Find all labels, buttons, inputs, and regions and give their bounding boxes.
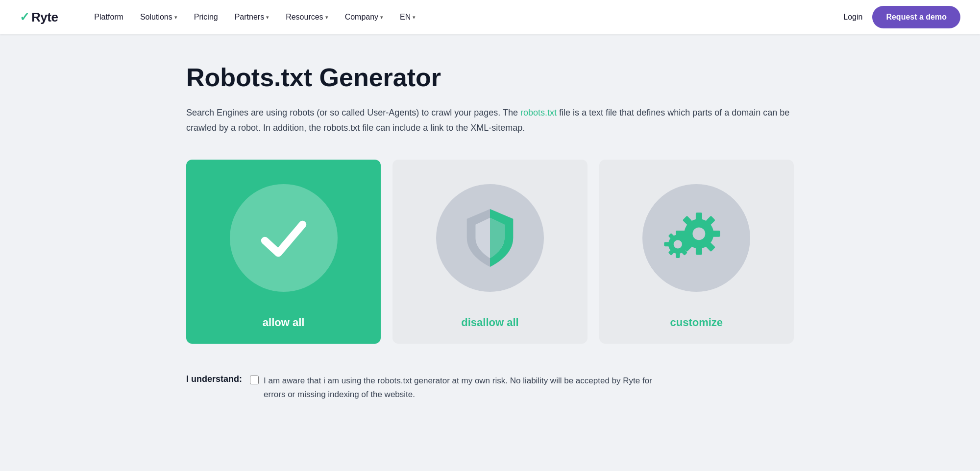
chevron-down-icon: ▾: [266, 14, 269, 21]
gears-icon: [662, 206, 731, 270]
disallow-all-card[interactable]: disallow all: [392, 160, 587, 344]
nav-resources[interactable]: Resources ▾: [279, 9, 335, 25]
understand-label: I understand:: [186, 374, 242, 384]
svg-rect-2: [696, 213, 702, 221]
navbar: ✓ Ryte Platform Solutions ▾ Pricing Part…: [0, 0, 980, 34]
page-description: Search Engines are using robots (or so c…: [186, 105, 794, 135]
page-title: Robots.txt Generator: [186, 64, 794, 92]
disallow-icon-circle: [436, 184, 544, 292]
svg-rect-14: [686, 242, 692, 247]
logo-name: Ryte: [31, 10, 58, 25]
robots-txt-link[interactable]: robots.txt: [520, 108, 557, 118]
logo-check-icon: ✓: [20, 10, 29, 24]
nav-platform[interactable]: Platform: [87, 9, 130, 25]
customize-icon-circle: [642, 184, 750, 292]
understand-text: I am aware that i am using the robots.tx…: [264, 374, 665, 400]
chevron-down-icon: ▾: [413, 14, 416, 21]
svg-rect-4: [712, 231, 720, 237]
understand-checkbox[interactable]: [250, 376, 259, 384]
main-content: Robots.txt Generator Search Engines are …: [0, 34, 980, 440]
disallow-all-label: disallow all: [461, 306, 518, 344]
svg-point-11: [674, 240, 682, 249]
checkmark-icon: [257, 211, 311, 265]
nav-pricing[interactable]: Pricing: [187, 9, 225, 25]
nav-language[interactable]: EN ▾: [393, 9, 422, 25]
nav-right: Login Request a demo: [843, 6, 960, 28]
request-demo-button[interactable]: Request a demo: [872, 6, 960, 28]
chevron-down-icon: ▾: [325, 14, 328, 21]
option-cards: allow all: [186, 160, 794, 344]
customize-card[interactable]: customize: [599, 160, 794, 344]
svg-rect-13: [676, 252, 680, 258]
svg-rect-15: [664, 242, 670, 247]
svg-rect-12: [676, 231, 680, 236]
nav-links: Platform Solutions ▾ Pricing Partners ▾ …: [87, 9, 843, 25]
allow-all-label: allow all: [263, 306, 305, 344]
understand-section: I understand: I am aware that i am using…: [186, 373, 794, 400]
chevron-down-icon: ▾: [174, 14, 177, 21]
allow-all-card[interactable]: allow all: [186, 160, 381, 344]
nav-company[interactable]: Company ▾: [338, 9, 390, 25]
svg-point-1: [693, 228, 706, 240]
shield-icon: [461, 206, 519, 270]
svg-rect-3: [696, 247, 702, 255]
customize-label: customize: [670, 306, 723, 344]
login-link[interactable]: Login: [843, 13, 862, 22]
nav-partners[interactable]: Partners ▾: [228, 9, 276, 25]
nav-solutions[interactable]: Solutions ▾: [133, 9, 184, 25]
allow-icon-circle: [230, 184, 338, 292]
logo[interactable]: ✓ Ryte: [20, 10, 58, 25]
chevron-down-icon: ▾: [380, 14, 383, 21]
